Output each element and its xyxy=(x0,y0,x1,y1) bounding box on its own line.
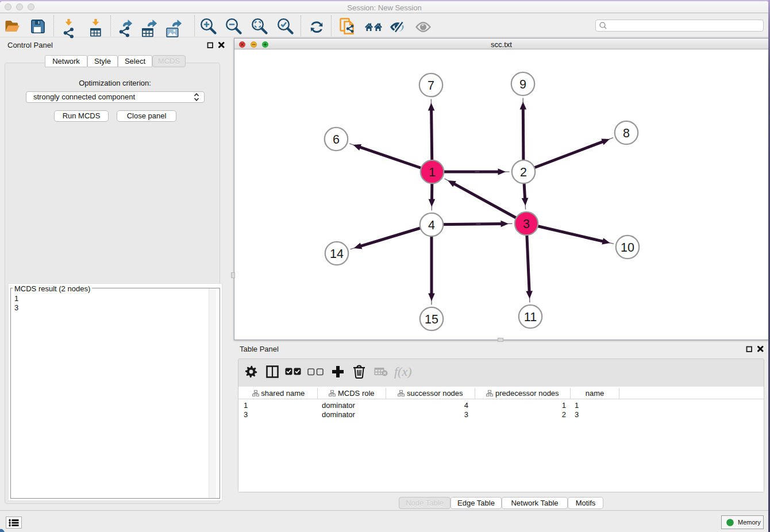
svg-text:15: 15 xyxy=(425,313,438,326)
svg-text:8: 8 xyxy=(623,126,630,140)
svg-text:6: 6 xyxy=(333,133,340,147)
svg-text:14: 14 xyxy=(330,247,344,261)
svg-text:2: 2 xyxy=(520,165,527,179)
svg-text:10: 10 xyxy=(621,241,634,255)
svg-text:1: 1 xyxy=(429,165,436,179)
svg-text:7: 7 xyxy=(428,79,434,92)
svg-text:4: 4 xyxy=(428,218,435,232)
svg-text:9: 9 xyxy=(519,78,526,91)
svg-text:11: 11 xyxy=(524,310,537,324)
svg-text:3: 3 xyxy=(523,217,530,231)
